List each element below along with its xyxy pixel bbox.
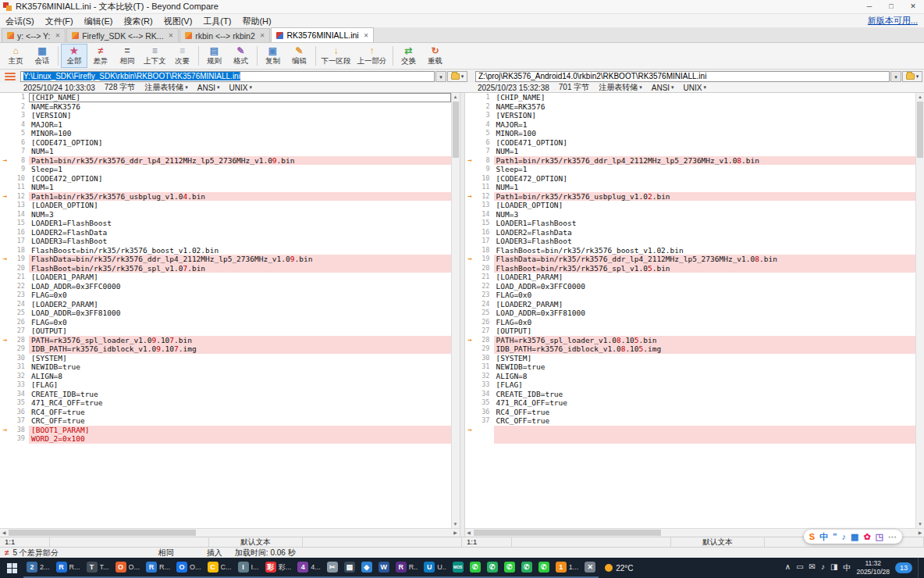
code-line[interactable]: →8Path1=bin/rk35/rk3576_ddr_lp4_2112MHz_… xyxy=(465,156,916,166)
ime-toolbar-icon[interactable]: ⋯ xyxy=(888,530,897,544)
line-text[interactable]: MAJOR=1 xyxy=(494,120,916,130)
taskbar-app-button[interactable]: ✆ xyxy=(518,558,535,578)
taskbar-app-button[interactable]: W xyxy=(375,558,393,578)
code-line[interactable]: 31NEWIDB=true xyxy=(0,362,451,372)
code-line[interactable]: 18FlashBoost=bin/rk35/rk3576_boost_v1.02… xyxy=(465,246,916,255)
taskbar-app-button[interactable]: 11... xyxy=(553,558,582,578)
code-line[interactable]: 13[LOADER_OPTION] xyxy=(465,201,916,210)
code-line[interactable]: → xyxy=(465,426,916,435)
code-line[interactable]: 16LOADER2=FlashData xyxy=(465,228,916,237)
encoding-dropdown[interactable]: ANSI▾ xyxy=(652,84,674,92)
diff-section-arrow-icon[interactable]: → xyxy=(0,336,10,345)
line-text[interactable]: WORD_2=0x100 xyxy=(29,434,451,444)
code-line[interactable]: 34CREATE_IDB=true xyxy=(465,390,916,399)
show-desktop-button[interactable] xyxy=(918,558,921,578)
left-horizontal-scrollbar[interactable]: ◀ ▶ xyxy=(0,528,460,537)
session-settings-button[interactable] xyxy=(2,71,19,81)
code-line[interactable]: →19FlashData=bin/rk35/rk3576_ddr_lp4_211… xyxy=(0,255,451,264)
taskbar-app-button[interactable]: II... xyxy=(235,558,262,578)
menu-search[interactable]: 搜索(R) xyxy=(118,14,158,28)
right-path-dropdown[interactable]: ▾ xyxy=(890,71,901,82)
ime-toolbar-icon[interactable]: ◳ xyxy=(876,530,883,544)
title-bar[interactable]: RK3576MINIALL.ini - 文本比较(T) - Beyond Com… xyxy=(0,0,924,14)
line-text[interactable]: Path1=bin/rk35/rk3576_ddr_lp4_2112MHz_lp… xyxy=(29,156,451,166)
encoding-dropdown[interactable]: ANSI▾ xyxy=(197,84,220,92)
session-tab-folders-1[interactable]: y: <--> Y: ✕ xyxy=(2,28,66,42)
line-text[interactable]: [BOOT1_PARAM] xyxy=(29,426,451,435)
code-line[interactable]: 17LOADER3=FlashBoot xyxy=(0,237,451,246)
scroll-left-icon[interactable]: ◀ xyxy=(465,529,473,537)
taskbar-app-button[interactable]: TT... xyxy=(84,558,112,578)
line-text[interactable]: Sleep=1 xyxy=(494,165,916,174)
line-text[interactable]: FLAG=0x0 xyxy=(494,318,916,327)
notification-badge[interactable]: 13 xyxy=(895,562,912,573)
format-dropdown[interactable]: 注册表转储▾ xyxy=(599,83,642,92)
ime-toolbar[interactable]: S中”♪▦✿◳⋯ xyxy=(804,530,902,544)
line-text[interactable]: [CODE472_OPTION] xyxy=(494,174,916,184)
line-text[interactable]: FlashBoost=bin/rk35/rk3576_boost_v1.02.b… xyxy=(29,246,451,255)
format-button[interactable]: ✎ 格式 xyxy=(228,44,254,68)
tab-close-icon[interactable]: ✕ xyxy=(167,32,174,39)
code-line[interactable]: 25LOAD_ADDR=0x3FF81000 xyxy=(0,309,451,318)
code-line[interactable]: →12Path1=bin/rk35/rk3576_usbplug_v1.02.b… xyxy=(465,192,916,202)
code-line[interactable]: 35471_RC4_OFF=true xyxy=(0,398,451,408)
line-text[interactable]: [CODE471_OPTION] xyxy=(29,138,451,148)
taskbar-app-button[interactable]: CC... xyxy=(204,558,235,578)
right-path-input[interactable]: Z:\proj\RK3576_Android14.0\rkbin2\RKBOOT… xyxy=(475,71,890,82)
line-ending-dropdown[interactable]: UNIX▾ xyxy=(229,84,252,92)
rules-button[interactable]: ▤ 规则 xyxy=(201,44,228,68)
line-text[interactable]: IDB_PATH=rk3576_idblock_v1.08.105.img xyxy=(494,344,916,354)
taskbar-clock[interactable]: 11:32 2025/10/28 xyxy=(856,559,890,576)
line-text[interactable]: LOADER3=FlashBoot xyxy=(494,237,916,246)
code-line[interactable]: 15LOADER1=FlashBoost xyxy=(465,219,916,228)
code-line[interactable]: 16LOADER2=FlashData xyxy=(0,228,451,237)
code-line[interactable]: →28PATH=rk3576_spl_loader_v1.09.107.bin xyxy=(0,336,451,345)
taskbar-weather[interactable]: 22°C xyxy=(599,564,639,573)
line-text[interactable]: [FLAG] xyxy=(29,380,451,390)
line-text[interactable]: NAME=RK3576 xyxy=(29,102,451,112)
code-line[interactable]: 4MAJOR=1 xyxy=(465,120,916,130)
code-line[interactable]: 23FLAG=0x0 xyxy=(0,291,451,300)
code-line[interactable]: 5MINOR=100 xyxy=(0,129,451,138)
line-text[interactable]: MINOR=100 xyxy=(494,129,916,138)
line-text[interactable]: NUM=3 xyxy=(494,210,916,219)
taskbar-app-button[interactable]: RR... xyxy=(143,558,173,578)
right-browse-button[interactable]: ▾ xyxy=(902,71,922,82)
line-text[interactable]: Sleep=1 xyxy=(29,165,451,174)
code-line[interactable]: 26FLAG=0x0 xyxy=(0,318,451,327)
menu-view[interactable]: 视图(V) xyxy=(158,14,198,28)
line-text[interactable]: [LOADER1_PARAM] xyxy=(29,273,451,282)
scroll-down-icon[interactable]: ▼ xyxy=(452,520,460,528)
start-button[interactable] xyxy=(0,558,23,578)
line-text[interactable]: LOAD_ADDR=0x3FF81000 xyxy=(29,309,451,318)
code-line[interactable]: 9Sleep=1 xyxy=(465,165,916,174)
scrollbar-thumb[interactable] xyxy=(9,530,196,536)
context-button[interactable]: ≡ 上下文 xyxy=(140,44,169,68)
taskbar-app-button[interactable]: ▤ xyxy=(341,558,358,578)
scrollbar-thumb[interactable] xyxy=(453,102,459,158)
right-code-area[interactable]: 1[CHIP_NAME]2NAME=RK35763[VERSION]4MAJOR… xyxy=(465,93,916,528)
line-text[interactable]: Path1=bin/rk35/rk3576_ddr_lp4_2112MHz_lp… xyxy=(494,156,916,166)
taskbar-app-button[interactable]: MOS xyxy=(450,558,467,578)
code-line[interactable]: →8Path1=bin/rk35/rk3576_ddr_lp4_2112MHz_… xyxy=(0,156,451,166)
code-line[interactable]: 22LOAD_ADDR=0x3FFC0000 xyxy=(0,282,451,291)
show-differences-button[interactable]: ≠ 差异 xyxy=(87,44,114,68)
taskbar-app-button[interactable]: ✆ xyxy=(484,558,501,578)
line-text[interactable]: [LOADER1_PARAM] xyxy=(494,273,916,282)
code-line[interactable]: 2NAME=RK3576 xyxy=(465,102,916,112)
code-line[interactable]: 1[CHIP_NAME] xyxy=(0,93,451,102)
code-line[interactable]: →38[BOOT1_PARAM] xyxy=(0,426,451,435)
line-text[interactable]: [CHIP_NAME] xyxy=(29,93,451,102)
format-dropdown[interactable]: 注册表转储▾ xyxy=(144,83,188,92)
line-text[interactable]: LOADER1=FlashBoost xyxy=(29,219,451,228)
taskbar-app-button[interactable]: OO... xyxy=(173,558,204,578)
code-line[interactable]: 26FLAG=0x0 xyxy=(465,318,916,327)
session-tab-folders-3[interactable]: rkbin <--> rkbin2 ✕ xyxy=(179,28,270,42)
scroll-right-icon[interactable]: ▶ xyxy=(452,529,460,537)
code-line[interactable]: 21[LOADER1_PARAM] xyxy=(465,273,916,282)
line-ending-dropdown[interactable]: UNIX▾ xyxy=(684,84,706,92)
taskbar-app-button[interactable]: RR.. xyxy=(393,558,421,578)
line-text[interactable]: Path1=bin/rk35/rk3576_usbplug_v1.04.bin xyxy=(29,192,451,202)
line-text[interactable]: FlashData=bin/rk35/rk3576_ddr_lp4_2112MH… xyxy=(29,255,451,264)
sessions-button[interactable]: ▦ 会话 xyxy=(29,44,55,68)
